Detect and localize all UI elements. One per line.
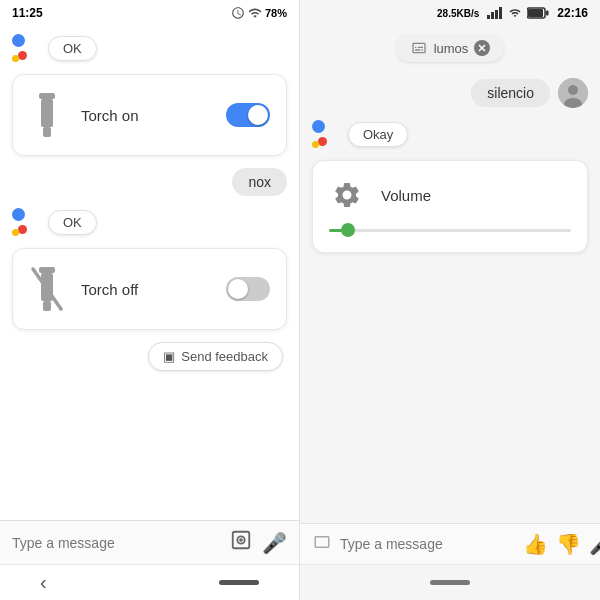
user-avatar [558, 78, 588, 108]
time-left: 11:25 [12, 6, 43, 20]
dot-yellow [12, 55, 19, 62]
send-feedback-button[interactable]: ▣ Send feedback [148, 342, 283, 371]
assistant-tray-icon [410, 40, 428, 56]
home-pill-left[interactable] [219, 580, 259, 585]
torch-off-icon [29, 265, 65, 313]
assistant-row-right: Okay [312, 120, 588, 148]
battery-text: 78% [265, 7, 287, 19]
feedback-icon: ▣ [163, 349, 175, 364]
svg-rect-1 [41, 99, 53, 127]
bottom-icons-left: 🎤 [230, 529, 287, 556]
time-right: 22:16 [557, 6, 588, 20]
nox-bubble: nox [232, 168, 287, 196]
torch-on-toggle[interactable] [226, 103, 270, 127]
okay-badge: Okay [348, 122, 408, 147]
right-panel: 28.5KB/s 22:16 lumos [300, 0, 600, 600]
wifi-icon-right [507, 7, 523, 19]
toggle-thumb-off [228, 279, 248, 299]
dot-red-2 [18, 225, 27, 234]
toggle-thumb-on [248, 105, 268, 125]
ok-badge-2: OK [48, 210, 97, 235]
svg-rect-2 [43, 127, 51, 137]
gear-icon-wrap [329, 177, 365, 213]
volume-label: Volume [381, 187, 571, 204]
message-input-left[interactable] [12, 535, 222, 551]
dot-red-r [318, 137, 327, 146]
feedback-row: ▣ Send feedback [12, 342, 287, 371]
status-bar-right: 28.5KB/s 22:16 [300, 0, 600, 24]
lumos-label: lumos [434, 41, 469, 56]
svg-rect-5 [43, 301, 51, 311]
slider-thumb [341, 223, 355, 237]
bottom-input-bar-left: 🎤 [0, 520, 299, 564]
google-assistant-logo-2 [12, 208, 40, 236]
svg-rect-11 [491, 12, 494, 19]
dot-red [18, 51, 27, 60]
torch-on-icon [29, 91, 65, 139]
avatar-image [558, 78, 588, 108]
svg-rect-15 [528, 9, 543, 17]
svg-rect-12 [495, 10, 498, 19]
alarm-icon [231, 6, 245, 20]
svg-point-9 [240, 539, 242, 541]
home-pill-right[interactable] [430, 580, 470, 585]
feedback-label: Send feedback [181, 349, 268, 364]
assistant-row-1: OK [12, 34, 287, 62]
lumos-bubble: lumos [396, 34, 505, 62]
status-icons-left: 78% [231, 6, 287, 20]
google-assistant-logo-right [312, 120, 340, 148]
nox-bubble-row: nox [12, 168, 287, 196]
torch-off-label: Torch off [81, 281, 210, 298]
dot-blue-2 [12, 208, 25, 221]
volume-slider-row [329, 225, 571, 236]
status-bar-left: 11:25 78% [0, 0, 299, 24]
signal-icon-right [487, 7, 503, 19]
torch-on-card: Torch on [12, 74, 287, 156]
svg-rect-0 [39, 93, 55, 99]
dot-blue-r [312, 120, 325, 133]
svg-rect-13 [499, 7, 502, 19]
chat-area-left: OK Torch on nox [0, 24, 299, 520]
left-panel: 11:25 78% OK [0, 0, 300, 600]
assistant-tray-icon-bottom[interactable] [312, 533, 332, 556]
chat-area-right: lumos silencio [300, 24, 600, 523]
thumbs-up-button[interactable]: 👍 [523, 532, 548, 556]
nav-bar-right [300, 564, 600, 600]
volume-slider-track[interactable] [329, 229, 571, 232]
torch-off-card: Torch off [12, 248, 287, 330]
microphone-icon-right[interactable]: 🎤 [589, 532, 600, 556]
silencio-bubble: silencio [471, 79, 550, 107]
torch-on-row: Torch on [29, 91, 270, 139]
google-assistant-logo-1 [12, 34, 40, 62]
dot-yellow-2 [12, 229, 19, 236]
spacer-right [312, 265, 588, 513]
battery-icon-right [527, 7, 549, 19]
microphone-icon-left[interactable]: 🎤 [262, 531, 287, 555]
ok-badge-1: OK [48, 36, 97, 61]
svg-point-20 [568, 85, 578, 95]
lumos-close[interactable] [474, 40, 490, 56]
back-button-left[interactable]: ‹ [40, 571, 47, 594]
silencio-bubble-row: silencio [312, 78, 588, 108]
volume-card-row: Volume [329, 177, 571, 213]
dot-yellow-r [312, 141, 319, 148]
torch-on-label: Torch on [81, 107, 210, 124]
lumos-bubble-wrap: lumos [312, 34, 588, 62]
svg-rect-10 [487, 15, 490, 19]
svg-rect-3 [39, 267, 55, 273]
thumbs-down-button[interactable]: 👎 [556, 532, 581, 556]
close-icon [477, 43, 487, 53]
volume-card: Volume [312, 160, 588, 253]
dot-blue [12, 34, 25, 47]
assistant-row-2: OK [12, 208, 287, 236]
svg-rect-16 [546, 11, 549, 16]
message-input-right[interactable] [340, 536, 515, 552]
speed-indicator: 28.5KB/s [437, 8, 479, 19]
torch-off-row: Torch off [29, 265, 270, 313]
bottom-input-bar-right: 👍 👎 🎤 [300, 523, 600, 564]
torch-off-toggle[interactable] [226, 277, 270, 301]
signal-icon [248, 6, 262, 20]
gear-icon [332, 180, 362, 210]
screen-capture-icon[interactable] [230, 529, 252, 556]
nav-bar-left: ‹ [0, 564, 299, 600]
